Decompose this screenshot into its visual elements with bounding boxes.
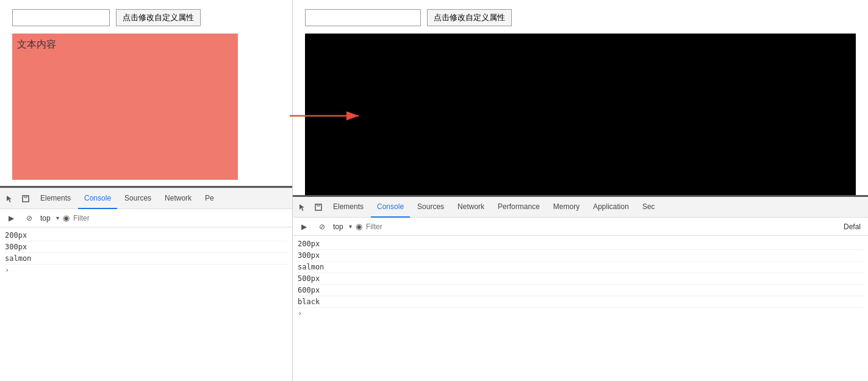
right-console-context-select[interactable]: top — [333, 223, 352, 231]
left-cursor-icon[interactable] — [2, 191, 17, 206]
right-black-box — [305, 34, 856, 195]
arrow-svg — [287, 104, 366, 128]
list-item: 200px — [298, 238, 863, 250]
list-item: salmon — [298, 262, 863, 273]
left-tab-elements[interactable]: Elements — [34, 188, 77, 209]
left-devtools: Elements Console Sources Network Pe ▶ ⊘ … — [0, 188, 292, 381]
right-top-bar: 点击修改自定义属性 — [305, 9, 856, 26]
right-console-eye-icon[interactable]: ◉ — [356, 222, 362, 231]
right-devtools: Elements Console Sources Network Perform… — [293, 197, 868, 381]
right-console-ban-icon[interactable]: ⊘ — [315, 219, 329, 234]
right-console-bar: ▶ ⊘ top ▾ ◉ Defal — [293, 218, 868, 236]
left-panel: 点击修改自定义属性 文本内容 Elements Console Sources … — [0, 0, 293, 381]
list-item: salmon — [5, 253, 287, 265]
right-devtools-tab-bar: Elements Console Sources Network Perform… — [293, 197, 868, 218]
left-tab-more[interactable]: Pe — [199, 188, 220, 209]
left-console-filter-input[interactable] — [73, 214, 289, 223]
left-top-bar: 点击修改自定义属性 — [12, 9, 280, 26]
right-console-context-wrap: top ▾ — [333, 223, 352, 231]
left-console-eye-icon[interactable]: ◉ — [63, 213, 70, 223]
list-item: 300px — [5, 241, 287, 253]
left-console-context-select[interactable]: top — [40, 214, 59, 223]
left-colored-box: 文本内容 — [12, 34, 238, 180]
right-tab-security[interactable]: Sec — [636, 197, 661, 218]
right-console-default-label: Defal — [844, 223, 864, 231]
left-text-input[interactable] — [12, 9, 110, 26]
left-console-expand[interactable]: › — [5, 265, 287, 276]
right-cursor-icon[interactable] — [295, 200, 310, 215]
right-tab-network[interactable]: Network — [451, 197, 490, 218]
left-custom-button[interactable]: 点击修改自定义属性 — [116, 9, 201, 26]
left-console-context-wrap: top ▾ — [40, 214, 59, 223]
right-tab-application[interactable]: Application — [587, 197, 635, 218]
svg-rect-3 — [315, 204, 321, 210]
right-tab-console[interactable]: Console — [371, 197, 410, 218]
right-console-output: 200px 300px salmon 500px 600px black › — [293, 236, 868, 381]
right-tab-elements[interactable]: Elements — [327, 197, 370, 218]
left-tab-console[interactable]: Console — [78, 188, 117, 209]
right-custom-button[interactable]: 点击修改自定义属性 — [427, 9, 512, 26]
left-box-text: 文本内容 — [17, 38, 56, 51]
right-tab-sources[interactable]: Sources — [411, 197, 450, 218]
right-box-icon[interactable] — [311, 200, 326, 215]
right-tab-performance[interactable]: Performance — [492, 197, 546, 218]
left-tab-sources[interactable]: Sources — [118, 188, 157, 209]
right-console-play-icon[interactable]: ▶ — [296, 219, 311, 234]
left-console-bar: ▶ ⊘ top ▾ ◉ — [0, 209, 292, 227]
list-item: 600px — [298, 285, 863, 296]
left-console-output: 200px 300px salmon › — [0, 227, 292, 381]
left-devtools-tab-bar: Elements Console Sources Network Pe — [0, 188, 292, 209]
list-item: 500px — [298, 273, 863, 285]
left-console-ban-icon[interactable]: ⊘ — [22, 211, 37, 226]
list-item: 300px — [298, 250, 863, 262]
left-console-play-icon[interactable]: ▶ — [4, 211, 18, 226]
left-box-icon[interactable] — [18, 191, 33, 206]
right-text-input[interactable] — [305, 9, 421, 26]
right-console-filter-input[interactable] — [366, 223, 840, 231]
left-tab-network[interactable]: Network — [159, 188, 198, 209]
list-item: black — [298, 296, 863, 308]
right-console-expand[interactable]: › — [298, 308, 863, 319]
right-tab-memory[interactable]: Memory — [547, 197, 586, 218]
right-page-content: 点击修改自定义属性 — [293, 0, 868, 197]
right-section: 点击修改自定义属性 Elements Console Sources Netwo… — [293, 0, 868, 381]
svg-rect-0 — [23, 196, 29, 202]
left-page-content: 点击修改自定义属性 文本内容 — [0, 0, 292, 188]
list-item: 200px — [5, 230, 287, 241]
